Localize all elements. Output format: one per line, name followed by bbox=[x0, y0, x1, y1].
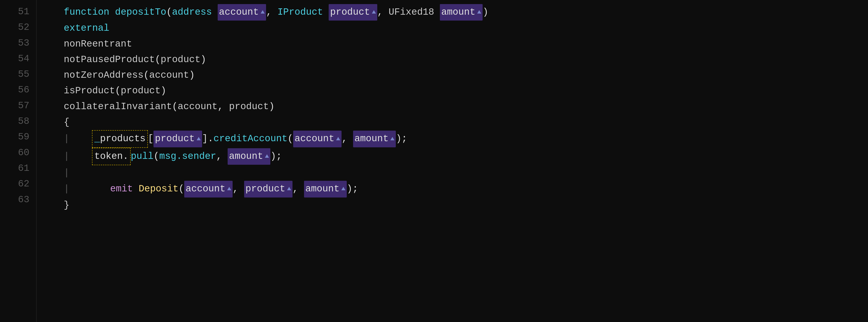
param-product: product bbox=[329, 4, 377, 21]
arg-account: account bbox=[149, 68, 189, 83]
keyword-function: function bbox=[64, 4, 115, 20]
comma: , bbox=[342, 131, 353, 147]
vertical-bar: | bbox=[64, 165, 69, 181]
paren: ( bbox=[153, 149, 159, 164]
token-text: token bbox=[94, 149, 123, 164]
keyword-external: external bbox=[64, 21, 110, 36]
comma: , bbox=[266, 4, 277, 20]
line-numbers: 51 52 53 54 55 56 57 58 59 60 61 62 63 bbox=[0, 0, 36, 322]
code-line-55: notZeroAddress(account) bbox=[46, 68, 868, 83]
comma2: , bbox=[377, 4, 389, 20]
code-line-58: { bbox=[46, 115, 868, 130]
code-line-53: nonReentrant bbox=[46, 36, 868, 52]
dot-inside: . bbox=[123, 149, 128, 164]
arg-product-hl3: product bbox=[244, 181, 292, 197]
vertical-bar: | bbox=[64, 149, 69, 164]
param-amount: amount bbox=[440, 4, 483, 21]
modifier-notpausedproduct: notPausedProduct bbox=[64, 52, 155, 68]
comma: , bbox=[216, 149, 228, 164]
code-line-54: notPausedProduct(product) bbox=[46, 52, 868, 68]
arg-product: product bbox=[160, 52, 200, 68]
keyword-emit: emit bbox=[110, 181, 138, 197]
arg-amount-hl3: amount bbox=[304, 181, 347, 197]
vertical-bar: | bbox=[64, 131, 69, 147]
code-content: function depositTo(address account, IPro… bbox=[36, 0, 868, 322]
paren: ( bbox=[287, 131, 293, 147]
function-name: depositTo bbox=[115, 4, 166, 20]
bracket-open: [ bbox=[148, 131, 153, 147]
type-address: address bbox=[172, 4, 218, 20]
arg-product: product bbox=[121, 83, 160, 99]
bracket-close: ] bbox=[202, 131, 208, 147]
code-line-61: | bbox=[46, 165, 868, 181]
dotted-box-products: _products bbox=[92, 130, 148, 148]
brace-close: } bbox=[64, 197, 69, 213]
modifier-notzeroaddress: notZeroAddress bbox=[64, 68, 144, 83]
paren: ( bbox=[155, 52, 160, 68]
arg-amount-hl2: amount bbox=[228, 148, 270, 165]
modifier-collateralinvariant: collateralInvariant bbox=[64, 99, 172, 115]
arg-product: product bbox=[229, 99, 269, 115]
paren-close: ) bbox=[269, 99, 274, 115]
line-number: 53 bbox=[0, 35, 29, 51]
line-number: 62 bbox=[0, 176, 29, 192]
comma: , bbox=[232, 181, 244, 197]
arg-account: account bbox=[178, 99, 217, 115]
dot: . bbox=[208, 131, 213, 147]
dotted-box-token: token. bbox=[92, 148, 131, 165]
type-iproduct: IProduct bbox=[277, 4, 329, 20]
code-line-63: } bbox=[46, 197, 868, 213]
paren-close: ) bbox=[200, 52, 206, 68]
paren: ( bbox=[179, 181, 184, 197]
param-account: account bbox=[218, 4, 266, 21]
code-line-57: collateralInvariant(account, product) bbox=[46, 99, 868, 115]
arg-amount-hl: amount bbox=[353, 131, 396, 147]
code-line-59: | _products [product].creditAccount(acco… bbox=[46, 130, 868, 148]
fn-creditaccount: creditAccount bbox=[213, 131, 287, 147]
arg-product-hl: product bbox=[153, 131, 202, 147]
line-number: 54 bbox=[0, 51, 29, 67]
arg-account-hl3: account bbox=[184, 181, 232, 197]
line-number: 51 bbox=[0, 4, 29, 20]
line-number: 63 bbox=[0, 192, 29, 208]
code-line-56: isProduct(product) bbox=[46, 83, 868, 99]
code-line-51: function depositTo(address account, IPro… bbox=[46, 4, 868, 21]
event-deposit: Deposit bbox=[138, 181, 178, 197]
semicolon: ; bbox=[401, 131, 407, 147]
line-number: 52 bbox=[0, 20, 29, 35]
line-number: 58 bbox=[0, 114, 29, 129]
code-line-52: external bbox=[46, 21, 868, 36]
comma: , bbox=[218, 99, 229, 115]
vertical-bar: | bbox=[64, 181, 69, 197]
msg-sender: msg.sender bbox=[159, 149, 216, 164]
paren: ( bbox=[144, 68, 149, 83]
paren-close: ) bbox=[347, 181, 352, 197]
code-line-62: | emit Deposit(account, product, amount)… bbox=[46, 181, 868, 197]
semicolon: ; bbox=[352, 181, 358, 197]
code-line-60: | token. pull(msg.sender, amount); bbox=[46, 148, 868, 165]
paren-close: ) bbox=[270, 149, 276, 164]
paren: ( bbox=[172, 99, 178, 115]
arg-account-hl: account bbox=[293, 131, 342, 147]
modifier-nonreentrant: nonReentrant bbox=[64, 36, 132, 52]
paren: ( bbox=[115, 83, 121, 99]
paren-close: ) bbox=[161, 83, 166, 99]
line-number: 57 bbox=[0, 98, 29, 114]
underscore: _ bbox=[94, 131, 100, 147]
paren-open: ( bbox=[166, 4, 172, 20]
modifier-isproduct: isProduct bbox=[64, 83, 115, 99]
paren-close: ) bbox=[483, 4, 488, 20]
line-number: 61 bbox=[0, 161, 29, 176]
type-ufixed18: UFixed18 bbox=[389, 4, 440, 20]
paren-close: ) bbox=[396, 131, 401, 147]
line-number: 56 bbox=[0, 82, 29, 98]
line-number: 59 bbox=[0, 129, 29, 145]
brace-open: { bbox=[64, 115, 69, 130]
line-number: 60 bbox=[0, 145, 29, 161]
fn-pull: pull bbox=[131, 149, 153, 164]
comma2: , bbox=[292, 181, 304, 197]
semicolon: ; bbox=[276, 149, 282, 164]
line-number: 55 bbox=[0, 67, 29, 82]
paren-close: ) bbox=[189, 68, 195, 83]
code-editor: 51 52 53 54 55 56 57 58 59 60 61 62 63 f… bbox=[0, 0, 868, 322]
